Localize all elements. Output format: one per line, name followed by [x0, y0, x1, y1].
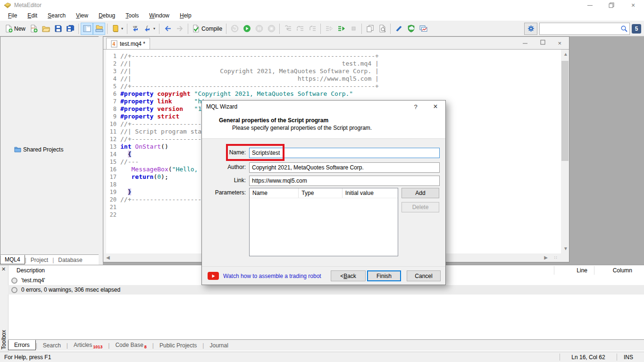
toolbox-close-icon[interactable]: ✕	[1, 266, 6, 272]
dialog-help-icon[interactable]: ?	[406, 101, 426, 113]
toggle-navigator-button[interactable]	[81, 23, 93, 35]
new-project-button[interactable]: proj	[27, 23, 40, 35]
bookmark-func-button[interactable]: f▾	[142, 23, 157, 35]
child-close-icon[interactable]: ×	[558, 40, 561, 47]
navigator-tab-project[interactable]: Project	[26, 256, 52, 264]
author-field[interactable]	[249, 162, 440, 173]
dialog-close-icon[interactable]: ×	[426, 101, 445, 113]
break-button[interactable]	[347, 23, 360, 35]
toggle-toolbox-button[interactable]	[93, 23, 105, 35]
author-label: Author:	[202, 164, 246, 170]
bookmark-func-icon: f	[143, 25, 151, 33]
navigator-panel: Navigator ✕ MQL4+ExpertsFilesImages+Incl…	[0, 36, 99, 265]
save-all-button[interactable]	[64, 23, 76, 35]
status-dot-icon	[11, 278, 17, 284]
start-button[interactable]	[241, 23, 253, 35]
parameters-table[interactable]: NameTypeInitial value	[249, 188, 398, 256]
code-line: 5//+------------------------------------…	[106, 83, 379, 90]
step-over-button[interactable]	[294, 23, 306, 35]
compile-button[interactable]: Compile	[190, 23, 224, 35]
toolbox-tab-articles[interactable]: Articles1013	[68, 340, 108, 351]
copy-icon	[366, 25, 374, 33]
video-link[interactable]: Watch how to assemble a trading robot	[223, 273, 321, 279]
pause-button[interactable]	[253, 23, 265, 35]
toolbox-tab-journal[interactable]: Journal	[204, 341, 234, 350]
toolbox-tab-search[interactable]: Search	[37, 341, 67, 350]
line-header: Line	[559, 267, 587, 274]
copy-button[interactable]	[364, 23, 376, 35]
styler-button[interactable]	[393, 23, 405, 35]
dialog-heading: General properties of the Script program	[219, 117, 328, 124]
resize-grip[interactable]: ∷	[554, 255, 560, 261]
description-header: Description	[8, 267, 45, 274]
stop-icon	[268, 25, 276, 33]
menu-file[interactable]: File	[3, 11, 22, 20]
menu-edit[interactable]: Edit	[22, 11, 42, 20]
continue-to-cursor-button[interactable]	[323, 23, 335, 35]
new-file-button[interactable]: New	[3, 23, 27, 35]
finish-button[interactable]: Finish	[367, 270, 401, 281]
find-in-files-button[interactable]	[376, 23, 388, 35]
navigator-tab-mql4[interactable]: MQL4	[0, 255, 25, 264]
scroll-right-icon[interactable]: ▶	[544, 255, 548, 260]
scroll-left-icon[interactable]: ◀	[106, 255, 110, 260]
child-minimize-icon[interactable]	[523, 40, 528, 46]
compile-icon	[192, 25, 200, 33]
gear-icon[interactable]	[524, 23, 537, 35]
menu-search[interactable]: Search	[42, 11, 71, 20]
save-button[interactable]	[52, 23, 64, 35]
toolbox-tabs: Errors|Search|Articles1013|Code Base8|Pu…	[8, 339, 644, 351]
continue-button[interactable]	[335, 23, 347, 35]
dialog-title: MQL Wizard	[206, 103, 237, 110]
code-line: 2//| test.mq4 |	[106, 60, 379, 67]
stop-button[interactable]	[265, 23, 277, 35]
add-button[interactable]: Add	[401, 188, 439, 198]
document-tab[interactable]: 4 test.mq4 *	[106, 38, 150, 49]
toolbox-tab-errors[interactable]: Errors	[8, 340, 36, 350]
restore-icon[interactable]	[601, 0, 622, 10]
minimize-icon[interactable]	[579, 0, 601, 10]
toolbox-row[interactable]: 0 errors, 0 warnings, 306 msec elapsed	[8, 285, 644, 295]
notifications-badge[interactable]: 5	[632, 24, 641, 34]
navigator-tab-database[interactable]: Database	[54, 256, 86, 264]
child-maximize-icon[interactable]	[540, 40, 545, 46]
forward-button[interactable]	[174, 23, 186, 35]
toolbox-tab-public-projects[interactable]: Public Projects	[154, 341, 202, 350]
toolbox-tab-code-base[interactable]: Code Base8	[109, 340, 152, 351]
scroll-down-icon[interactable]: ▼	[563, 246, 568, 251]
folder-icon	[14, 146, 21, 152]
status-cursor-position: Ln 16, Col 62	[560, 354, 617, 361]
menu-tools[interactable]: Tools	[120, 11, 144, 20]
panel-splitter[interactable]	[99, 36, 103, 265]
menu-window[interactable]: Window	[144, 11, 175, 20]
toggle-navigator-icon	[83, 25, 91, 33]
toolbar-groups: Newproj▾varf▾Compile	[3, 23, 429, 35]
cancel-button[interactable]: Cancel	[407, 270, 441, 281]
styler-book-button[interactable]: ▾	[109, 23, 125, 35]
bookmark-var-button[interactable]: var	[129, 23, 142, 35]
step-into-button[interactable]	[282, 23, 294, 35]
menu-debug[interactable]: Debug	[93, 11, 120, 20]
metaeditor-window: MetaEditor × FileEditSearchViewDebugTool…	[0, 0, 644, 362]
link-field[interactable]	[249, 176, 440, 186]
open-folder-button[interactable]	[40, 23, 52, 35]
dialog-subheading: Please specify general properties of the…	[232, 125, 372, 131]
charts-button[interactable]	[417, 23, 429, 35]
vertical-scroll-thumb[interactable]	[561, 61, 569, 161]
parameters-label: Parameters:	[202, 189, 246, 196]
search-input[interactable]	[540, 24, 620, 34]
close-icon[interactable]: ×	[622, 0, 644, 10]
storage-button[interactable]	[405, 23, 417, 35]
scroll-up-icon[interactable]: ▲	[563, 52, 568, 57]
back-button[interactable]	[161, 23, 174, 35]
step-out-button[interactable]	[306, 23, 318, 35]
restart-button[interactable]	[228, 23, 241, 35]
delete-button: Delete	[401, 202, 439, 212]
menu-view[interactable]: View	[71, 11, 93, 20]
vertical-scrollbar[interactable]: ▲ ▼	[561, 49, 569, 253]
search-icon[interactable]	[620, 25, 628, 33]
back-button[interactable]: < Back	[331, 270, 366, 281]
youtube-icon[interactable]	[208, 272, 219, 280]
menu-help[interactable]: Help	[175, 11, 197, 20]
bookmark-var-icon: var	[132, 25, 140, 33]
